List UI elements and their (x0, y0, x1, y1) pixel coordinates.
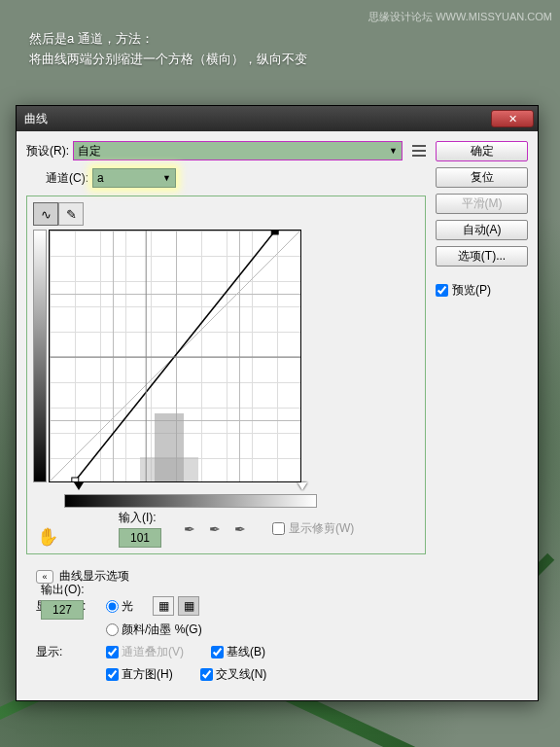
input-label: 输入(I): (119, 510, 161, 526)
instruction-text: 然后是a 通道，方法： 将曲线两端分别缩进一个方格（横向），纵向不变 (29, 29, 307, 70)
curve-line[interactable] (50, 231, 300, 481)
channel-select[interactable]: a ▼ (92, 168, 176, 188)
curve-tool-button[interactable]: ∿ (33, 202, 58, 226)
preview-check[interactable]: 预览(P) (436, 282, 528, 299)
input-sliders[interactable] (64, 482, 317, 492)
intersection-check[interactable]: 交叉线(N) (200, 666, 267, 683)
channel-label: 通道(C): (46, 170, 88, 187)
smooth-button[interactable]: 平滑(M) (436, 194, 528, 214)
histogram-check[interactable]: 直方图(H) (106, 666, 173, 683)
curve-grid[interactable] (49, 230, 301, 482)
reset-button[interactable]: 复位 (436, 167, 528, 188)
ok-button[interactable]: 确定 (436, 141, 528, 161)
light-radio[interactable]: 光 (106, 598, 133, 615)
gray-eyedropper-icon[interactable]: ✒ (206, 520, 224, 538)
white-eyedropper-icon[interactable]: ✒ (231, 520, 249, 538)
pigment-radio[interactable]: 颜料/油墨 %(G) (106, 622, 202, 638)
curves-dialog: 曲线 ✕ 预设(R): 自定 ▼ 通道(C): a ▼ (16, 105, 539, 701)
black-eyedropper-icon[interactable]: ✒ (181, 520, 198, 538)
options-button[interactable]: 选项(T)... (436, 246, 528, 267)
close-button[interactable]: ✕ (491, 110, 534, 127)
channel-overlay-check[interactable]: 通道叠加(V) (106, 644, 184, 660)
baseline-check[interactable]: 基线(B) (211, 644, 265, 660)
black-point-slider[interactable] (74, 482, 84, 490)
auto-button[interactable]: 自动(A) (436, 220, 528, 240)
close-icon: ✕ (508, 113, 517, 125)
chevron-down-icon: ▼ (162, 173, 171, 183)
output-value[interactable]: 127 (41, 600, 84, 620)
input-gradient (64, 494, 317, 508)
svg-line-1 (75, 231, 275, 481)
output-gradient (33, 230, 47, 482)
hand-tool-icon[interactable]: ✋ (37, 526, 58, 548)
svg-rect-2 (72, 478, 79, 481)
grid-large-button[interactable]: ▦ (178, 596, 199, 616)
preset-label: 预设(R): (26, 143, 69, 160)
grid-small-button[interactable]: ▦ (153, 596, 174, 616)
pencil-tool-button[interactable]: ✎ (58, 202, 84, 226)
white-point-slider[interactable] (298, 482, 307, 490)
show-clipping-check[interactable]: 显示修剪(W) (272, 520, 354, 537)
titlebar[interactable]: 曲线 ✕ (17, 106, 538, 131)
svg-rect-3 (271, 231, 278, 234)
output-label: 输出(O): (41, 582, 85, 598)
input-value[interactable]: 101 (119, 528, 161, 548)
curve-panel: ∿ ✎ (26, 196, 426, 554)
preset-select[interactable]: 自定 ▼ (73, 141, 402, 160)
preset-menu-icon[interactable] (412, 144, 426, 158)
watermark-top: 思缘设计论坛 WWW.MISSYUAN.COM (368, 10, 552, 24)
chevron-down-icon: ▼ (389, 146, 398, 156)
show-label: 显示: (36, 644, 98, 660)
dialog-title: 曲线 (24, 111, 48, 127)
